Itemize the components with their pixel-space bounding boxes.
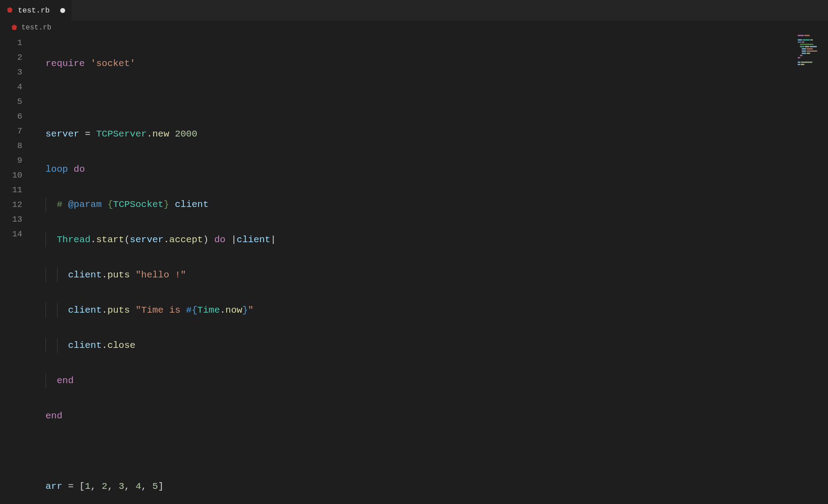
tab-bar: test.rb [0,0,828,21]
code-line: Thread.start(server.accept) do |client| [36,232,828,247]
breadcrumb-filename: test.rb [21,24,51,32]
code-line: server = TCPServer.new 2000 [36,127,828,141]
code-line: loop do [36,162,828,177]
code-line: arr = [1, 2, 3, 4, 5] [36,479,828,494]
tab-filename: test.rb [18,6,50,15]
code-line: require 'socket' [36,56,828,71]
code-line: client.close [36,338,828,353]
code-line [36,444,828,459]
ruby-file-icon [11,24,18,31]
minimap[interactable] [798,35,826,66]
editor[interactable]: 1 2 3 4 5 6 7 8 9 10 11 12 13 14 require… [0,35,828,504]
code-line: end [36,409,828,423]
code-line: client.puts "Time is #{Time.now}" [36,303,828,318]
tab-test-rb[interactable]: test.rb [0,0,71,21]
unsaved-dot-icon[interactable] [60,8,65,13]
code-area[interactable]: require 'socket' server = TCPServer.new … [36,35,828,504]
breadcrumb[interactable]: test.rb [0,21,828,35]
code-line [36,91,828,106]
line-number-gutter: 1 2 3 4 5 6 7 8 9 10 11 12 13 14 [0,35,36,504]
code-line: client.puts "hello !" [36,268,828,282]
code-line: # @param {TCPSocket} client [36,197,828,212]
ruby-file-icon [6,7,13,14]
code-line: end [36,373,828,388]
